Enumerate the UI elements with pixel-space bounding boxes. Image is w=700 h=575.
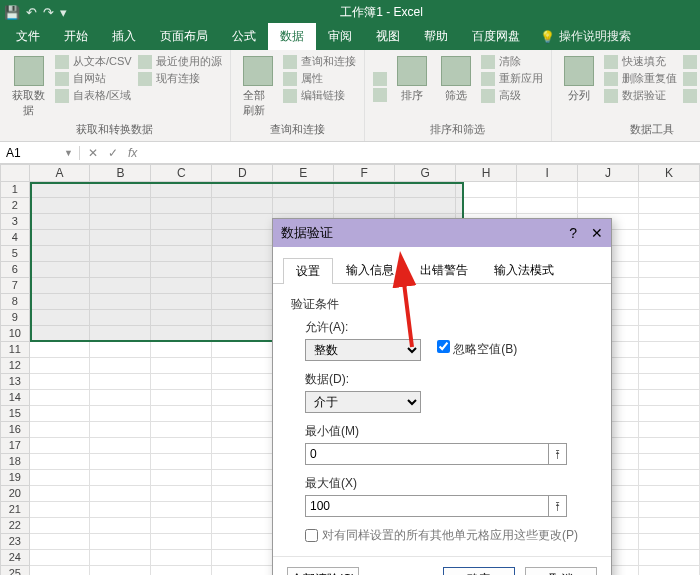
cell[interactable] bbox=[639, 294, 700, 310]
cell[interactable] bbox=[151, 358, 212, 374]
cell[interactable] bbox=[212, 214, 273, 230]
queries-conn-button[interactable]: 查询和连接 bbox=[283, 54, 356, 69]
cell[interactable] bbox=[30, 310, 91, 326]
cell[interactable] bbox=[212, 230, 273, 246]
cell[interactable] bbox=[334, 198, 395, 214]
reapply-button[interactable]: 重新应用 bbox=[481, 71, 543, 86]
cell[interactable] bbox=[30, 454, 91, 470]
cell[interactable] bbox=[212, 454, 273, 470]
tab-baidu[interactable]: 百度网盘 bbox=[460, 23, 532, 50]
cell[interactable] bbox=[639, 374, 700, 390]
cell[interactable] bbox=[639, 566, 700, 575]
column-header[interactable]: G bbox=[395, 164, 456, 182]
cell[interactable] bbox=[212, 550, 273, 566]
tab-home[interactable]: 开始 bbox=[52, 23, 100, 50]
dialog-tab-settings[interactable]: 设置 bbox=[283, 258, 333, 284]
cell[interactable] bbox=[90, 502, 151, 518]
cell[interactable] bbox=[90, 182, 151, 198]
cell[interactable] bbox=[90, 246, 151, 262]
cell[interactable] bbox=[151, 342, 212, 358]
cell[interactable] bbox=[212, 406, 273, 422]
cell[interactable] bbox=[90, 390, 151, 406]
cell[interactable] bbox=[90, 230, 151, 246]
qat-more-icon[interactable]: ▾ bbox=[60, 5, 67, 20]
row-header[interactable]: 13 bbox=[0, 374, 30, 390]
cell[interactable] bbox=[90, 534, 151, 550]
cell[interactable] bbox=[90, 406, 151, 422]
manage-model-button[interactable]: 管理数 bbox=[683, 88, 700, 103]
cell[interactable] bbox=[151, 438, 212, 454]
row-header[interactable]: 12 bbox=[0, 358, 30, 374]
cell[interactable] bbox=[456, 198, 517, 214]
cell[interactable] bbox=[151, 278, 212, 294]
dialog-tab-error-alert[interactable]: 出错警告 bbox=[407, 257, 481, 283]
cell[interactable] bbox=[212, 310, 273, 326]
close-icon[interactable]: ✕ bbox=[591, 225, 603, 241]
row-header[interactable]: 8 bbox=[0, 294, 30, 310]
dialog-tab-input-msg[interactable]: 输入信息 bbox=[333, 257, 407, 283]
cell[interactable] bbox=[212, 470, 273, 486]
tab-review[interactable]: 审阅 bbox=[316, 23, 364, 50]
cell[interactable] bbox=[90, 454, 151, 470]
cell[interactable] bbox=[30, 214, 91, 230]
cell[interactable] bbox=[395, 198, 456, 214]
consolidate-button[interactable]: 合并计算 bbox=[683, 54, 700, 69]
cell[interactable] bbox=[30, 278, 91, 294]
cell[interactable] bbox=[639, 438, 700, 454]
cell[interactable] bbox=[30, 358, 91, 374]
cell[interactable] bbox=[639, 502, 700, 518]
cell[interactable] bbox=[90, 438, 151, 454]
cell[interactable] bbox=[639, 406, 700, 422]
cell[interactable] bbox=[30, 566, 91, 575]
cell[interactable] bbox=[30, 198, 91, 214]
tab-help[interactable]: 帮助 bbox=[412, 23, 460, 50]
row-header[interactable]: 10 bbox=[0, 326, 30, 342]
row-header[interactable]: 25 bbox=[0, 566, 30, 575]
cell[interactable] bbox=[212, 534, 273, 550]
column-header[interactable]: C bbox=[151, 164, 212, 182]
row-header[interactable]: 21 bbox=[0, 502, 30, 518]
cell[interactable] bbox=[151, 406, 212, 422]
cell[interactable] bbox=[90, 294, 151, 310]
row-header[interactable]: 5 bbox=[0, 246, 30, 262]
cell[interactable] bbox=[639, 518, 700, 534]
sort-desc-button[interactable] bbox=[373, 88, 387, 102]
row-header[interactable]: 9 bbox=[0, 310, 30, 326]
cell[interactable] bbox=[30, 550, 91, 566]
cell[interactable] bbox=[517, 182, 578, 198]
data-select[interactable]: 介于 bbox=[305, 391, 421, 413]
column-header[interactable]: J bbox=[578, 164, 639, 182]
refresh-all-button[interactable]: 全部刷新 bbox=[239, 54, 277, 120]
cell[interactable] bbox=[273, 182, 334, 198]
cell[interactable] bbox=[639, 230, 700, 246]
tab-data[interactable]: 数据 bbox=[268, 23, 316, 50]
cell[interactable] bbox=[212, 358, 273, 374]
cell[interactable] bbox=[639, 486, 700, 502]
recent-sources-button[interactable]: 最近使用的源 bbox=[138, 54, 222, 69]
cell[interactable] bbox=[212, 374, 273, 390]
text-to-columns-button[interactable]: 分列 bbox=[560, 54, 598, 120]
row-header[interactable]: 1 bbox=[0, 182, 30, 198]
cell[interactable] bbox=[30, 502, 91, 518]
cell[interactable] bbox=[639, 262, 700, 278]
row-header[interactable]: 20 bbox=[0, 486, 30, 502]
dialog-titlebar[interactable]: 数据验证 ? ✕ bbox=[273, 219, 611, 247]
cell[interactable] bbox=[30, 342, 91, 358]
cell[interactable] bbox=[90, 262, 151, 278]
properties-button[interactable]: 属性 bbox=[283, 71, 356, 86]
cell[interactable] bbox=[639, 550, 700, 566]
column-header[interactable]: E bbox=[273, 164, 334, 182]
apply-all-input[interactable] bbox=[305, 529, 318, 542]
column-header[interactable]: D bbox=[212, 164, 273, 182]
cell[interactable] bbox=[30, 182, 91, 198]
row-header[interactable]: 16 bbox=[0, 422, 30, 438]
cell[interactable] bbox=[517, 198, 578, 214]
cell[interactable] bbox=[639, 326, 700, 342]
from-table-button[interactable]: 自表格/区域 bbox=[55, 88, 132, 103]
cell[interactable] bbox=[30, 470, 91, 486]
cell[interactable] bbox=[212, 390, 273, 406]
cancel-button[interactable]: 取消 bbox=[525, 567, 597, 575]
save-icon[interactable]: 💾 bbox=[4, 5, 20, 20]
cell[interactable] bbox=[639, 278, 700, 294]
fx-icon[interactable]: fx bbox=[128, 146, 137, 160]
